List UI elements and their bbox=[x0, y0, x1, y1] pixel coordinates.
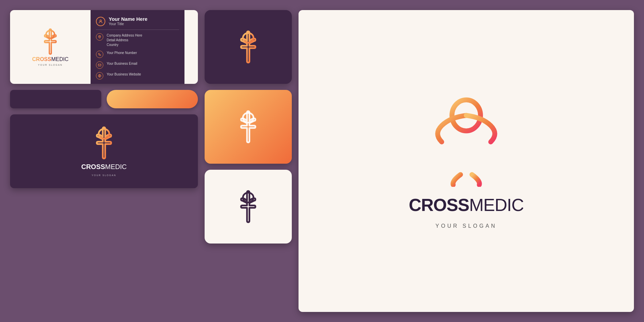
dark-card-slogan: YOUR SLOGAN bbox=[92, 174, 116, 176]
card-brand-slogan: YOUR SLOGAN bbox=[38, 64, 62, 66]
card-right-info: Your Name Here Your Title Company Addres… bbox=[91, 10, 184, 84]
svg-point-0 bbox=[46, 30, 54, 38]
card-address-item: Company Address Here Detail Address Coun… bbox=[96, 33, 179, 47]
phone-icon bbox=[96, 51, 103, 58]
card-email-item: Your Business Email bbox=[96, 61, 179, 69]
svg-point-1 bbox=[100, 20, 102, 21]
main-container: CROSS MEDIC YOUR SLOGAN bbox=[10, 10, 634, 312]
variant-dark-top-svg bbox=[231, 30, 265, 64]
business-card-front: CROSS MEDIC YOUR SLOGAN bbox=[10, 10, 198, 84]
globe-svg bbox=[98, 74, 101, 77]
svg-point-2 bbox=[99, 36, 100, 37]
card-phone-item: Your Phone Number bbox=[96, 51, 179, 58]
main-brand-slogan: YOUR SLOGAN bbox=[435, 223, 497, 229]
phone-svg bbox=[98, 53, 101, 56]
card-brand-cross: CROSS bbox=[32, 56, 51, 62]
person-svg bbox=[98, 19, 103, 24]
main-brand-name: CROSS MEDIC bbox=[409, 195, 524, 215]
person-icon bbox=[96, 17, 105, 26]
card-brand-name: CROSS MEDIC bbox=[32, 56, 68, 62]
variant-dark-top bbox=[205, 10, 292, 84]
svg-rect-3 bbox=[98, 64, 101, 66]
variant-gradient-middle bbox=[205, 90, 292, 164]
main-logo-svg bbox=[419, 93, 513, 187]
dark-card-version: CROSS MEDIC YOUR SLOGAN bbox=[10, 114, 198, 188]
dark-card-cross: CROSS bbox=[81, 163, 105, 171]
card-email-text: Your Business Email bbox=[107, 61, 137, 66]
svg-point-5 bbox=[99, 129, 109, 139]
variant-white-bottom bbox=[205, 170, 292, 244]
variant-white-bottom-svg bbox=[231, 190, 265, 223]
globe-icon bbox=[96, 72, 103, 79]
card-phone-text: Your Phone Number bbox=[107, 51, 137, 55]
dark-card-logo-svg bbox=[87, 126, 121, 160]
card-logo-svg bbox=[37, 28, 64, 55]
card-person-title: Your Title bbox=[109, 22, 148, 26]
card-left-logo: CROSS MEDIC YOUR SLOGAN bbox=[10, 10, 91, 84]
card-name-section: Your Name Here Your Title bbox=[96, 16, 179, 30]
card-logo-area: CROSS MEDIC YOUR SLOGAN bbox=[32, 28, 68, 66]
left-panel: CROSS MEDIC YOUR SLOGAN bbox=[10, 10, 198, 312]
email-svg bbox=[98, 63, 101, 67]
dark-card-medic: MEDIC bbox=[105, 163, 126, 171]
dark-card-brand: CROSS MEDIC bbox=[81, 163, 127, 171]
card-website-item: Your Business Website bbox=[96, 72, 179, 79]
card-back-row bbox=[10, 90, 198, 108]
middle-panel bbox=[205, 10, 292, 312]
email-icon bbox=[96, 61, 103, 69]
card-brand-medic: MEDIC bbox=[51, 56, 69, 62]
svg-point-7 bbox=[243, 113, 253, 123]
card-back-dark bbox=[10, 90, 101, 108]
right-panel-main: CROSS MEDIC YOUR SLOGAN bbox=[299, 10, 634, 312]
location-icon bbox=[96, 33, 103, 41]
card-address-text: Company Address Here Detail Address Coun… bbox=[107, 33, 142, 47]
location-svg bbox=[98, 35, 101, 39]
variant-gradient-middle-svg bbox=[231, 110, 265, 144]
svg-point-6 bbox=[243, 33, 253, 43]
card-back-gradient bbox=[107, 90, 198, 108]
svg-point-8 bbox=[243, 193, 253, 203]
main-brand-cross: CROSS bbox=[409, 195, 469, 215]
main-brand-medic: MEDIC bbox=[469, 195, 524, 215]
card-name-text: Your Name Here Your Title bbox=[109, 16, 148, 26]
card-website-text: Your Business Website bbox=[107, 72, 141, 77]
card-person-name: Your Name Here bbox=[109, 16, 148, 22]
